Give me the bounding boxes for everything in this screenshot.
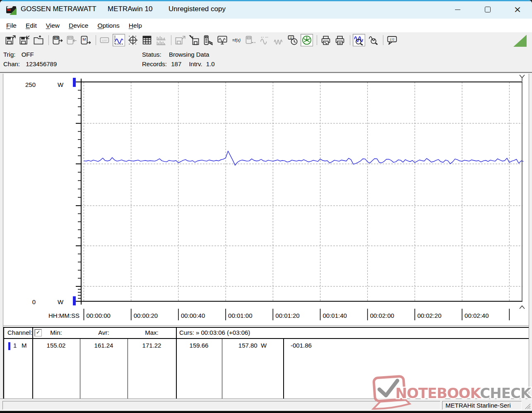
gauge-icon: [301, 35, 312, 46]
table-top-border: [3, 327, 529, 328]
col-header-avr: Avr:: [80, 329, 128, 336]
monitor-live-button[interactable]: [216, 34, 229, 46]
print-graph-button[interactable]: [320, 34, 332, 46]
app-title: GOSSEN METRAWATT: [21, 5, 96, 13]
records-value: 187: [171, 60, 181, 67]
formula-button[interactable]: =f(x): [230, 34, 243, 46]
svg-text:00:00:00: 00:00:00: [87, 312, 111, 319]
menu-file[interactable]: File: [2, 20, 21, 31]
display-values-icon: 1257: [99, 35, 110, 46]
save-export-icon: [5, 35, 16, 46]
open-folder-icon: [33, 35, 44, 46]
zoom-curve-button[interactable]: [353, 34, 365, 46]
svg-text:00:00:40: 00:00:40: [181, 312, 205, 319]
window-accent-line: [0, 0, 532, 1]
table-divider-cursb: [283, 339, 284, 399]
svg-text:1?2: 1?2: [390, 38, 395, 41]
svg-text:12: 12: [290, 36, 292, 39]
chan-value: 123456789: [26, 60, 57, 67]
table-header-border: [3, 338, 529, 339]
toolbar: 321321M1257=f(x)321121?2: [0, 32, 532, 48]
cursor-b-unit: W: [261, 342, 267, 349]
trend-chart-button[interactable]: [113, 34, 125, 46]
svg-text:00:00:20: 00:00:20: [134, 312, 158, 319]
svg-text:00:01:40: 00:01:40: [323, 312, 347, 319]
toolbar-separator: [383, 35, 383, 45]
device-read-icon: 321: [52, 35, 63, 46]
export-file-icon: [175, 35, 185, 46]
row-channel-number: 1: [13, 342, 17, 349]
callout-button[interactable]: 1?2: [386, 34, 398, 46]
trig-value: OFF: [22, 51, 34, 58]
save-import-icon: [19, 35, 30, 46]
device-read-button[interactable]: 321: [51, 34, 64, 46]
svg-text:321: 321: [55, 37, 58, 39]
interval-label: Intrv.: [189, 60, 202, 67]
table-left-border: [3, 327, 4, 399]
records-label: Records:: [142, 60, 167, 67]
col-header-max: Max:: [128, 329, 176, 336]
maximize-button[interactable]: [478, 3, 497, 16]
minimize-button[interactable]: [448, 3, 467, 16]
toolbar-separator: [171, 35, 171, 45]
toolbar-separator: [48, 35, 49, 45]
svg-text:00:02:00: 00:02:00: [370, 312, 394, 319]
monitor-live-icon: [217, 35, 228, 46]
record-file-button[interactable]: [188, 34, 200, 46]
svg-text:250: 250: [25, 81, 36, 88]
y-range-marker-bottom: [73, 296, 76, 305]
menu-view[interactable]: View: [41, 20, 64, 31]
info-strip: Trig: OFF Chan: 123456789 Status: Browsi…: [0, 48, 532, 73]
zoom-point-button[interactable]: [367, 34, 379, 46]
row-cursor-b-value: 157.80 W: [222, 342, 283, 349]
menu-options[interactable]: Options: [93, 20, 124, 31]
menu-device[interactable]: Device: [64, 20, 93, 31]
svg-text:00:01:00: 00:01:00: [228, 312, 252, 319]
zoom-point-icon: [368, 35, 378, 46]
svg-text:W: W: [58, 81, 64, 88]
svg-text:321: 321: [69, 37, 72, 39]
formula-icon: =f(x): [231, 35, 242, 46]
license-note: Unregistered copy: [169, 5, 226, 13]
table-view-button[interactable]: [141, 34, 153, 46]
open-folder-button[interactable]: [32, 34, 45, 46]
zoom-curve-icon: [354, 35, 364, 46]
device-io-icon: 321: [245, 35, 256, 46]
svg-text:NOTEBOOKCHECK: NOTEBOOKCHECK: [395, 385, 532, 401]
col-header-cursor: Curs: » 00:03:06 (+03:06): [179, 329, 250, 336]
time-clock-button[interactable]: 12: [286, 34, 299, 46]
gauge-button[interactable]: [301, 34, 313, 46]
svg-text:W: W: [58, 298, 64, 305]
table-view-icon: [142, 35, 152, 46]
device-setup-button[interactable]: [202, 34, 214, 46]
cursor-handle-top[interactable]: [520, 75, 525, 81]
close-button[interactable]: ×: [508, 3, 527, 16]
svg-text:0: 0: [32, 298, 36, 305]
row-avr-value: 161.24: [80, 342, 128, 349]
app-icon: [6, 4, 17, 15]
col-header-min: Min:: [32, 329, 80, 336]
metrawin-window: GOSSEN METRAWATT METRAwin 10 Unregistere…: [0, 0, 532, 413]
product-title: METRAwin 10: [108, 5, 152, 13]
device-io-button: 321: [244, 34, 257, 46]
xy-scope-icon: [128, 35, 138, 46]
memory-read-button[interactable]: M: [79, 34, 92, 46]
cursor-b-number: 157.80: [238, 342, 258, 349]
export-file-button: [174, 34, 186, 46]
save-import-button[interactable]: [18, 34, 31, 46]
cursor-handle-bottom[interactable]: [520, 306, 525, 309]
svg-text:HH:MM:SS: HH:MM:SS: [48, 312, 79, 319]
col-header-channel: Channel:: [7, 329, 32, 336]
print-button[interactable]: [334, 34, 346, 46]
xy-scope-button[interactable]: [127, 34, 139, 46]
device-write-button: 321: [65, 34, 78, 46]
time-clock-icon: 12: [287, 35, 298, 46]
svg-text:=f(x): =f(x): [232, 38, 241, 43]
menu-help[interactable]: Help: [124, 20, 147, 31]
display-values-button: 1257: [99, 34, 111, 46]
menu-edit[interactable]: Edit: [21, 20, 41, 31]
svg-text:00:02:20: 00:02:20: [417, 312, 441, 319]
trend-chart: 00:00:0000:00:2000:00:4000:01:0000:01:20…: [3, 74, 529, 325]
save-export-button[interactable]: [4, 34, 17, 46]
row-channel-mode: M: [22, 342, 27, 349]
